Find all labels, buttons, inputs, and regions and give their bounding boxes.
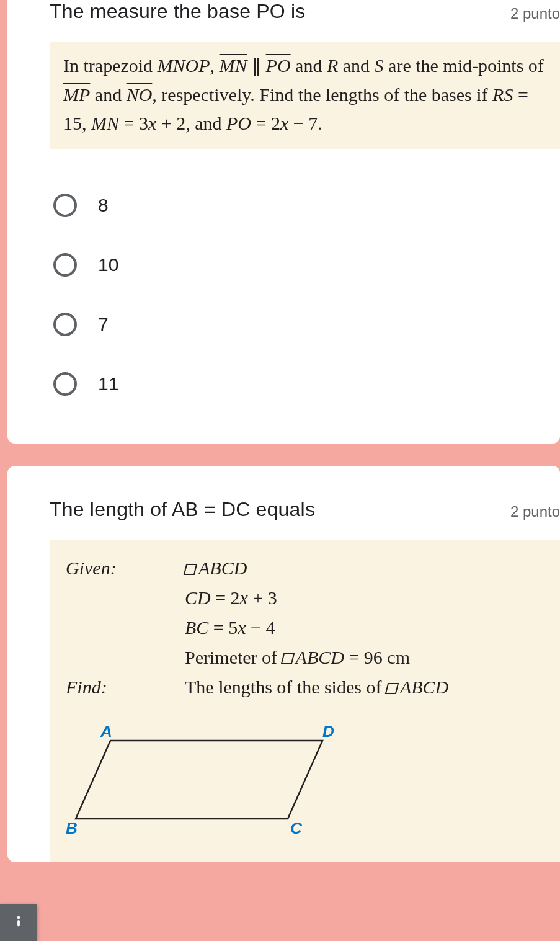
text: In trapezoid (63, 55, 158, 76)
text: + 3 (248, 587, 277, 608)
text: are the mid-points of (384, 55, 544, 76)
text: and (90, 84, 126, 105)
parallelogram-icon (280, 653, 294, 664)
math-var: CD (185, 587, 211, 608)
text: and (338, 55, 374, 76)
option-label: 10 (98, 254, 118, 275)
parallelogram-diagram: A D B C (66, 702, 554, 856)
given-line-3: BC = 5x − 4 (185, 613, 554, 643)
text: = 5 (208, 617, 238, 638)
math-var: MN (91, 113, 119, 133)
text: = 3 (119, 113, 148, 133)
math-var: PO (226, 113, 251, 133)
math-var: x (148, 113, 156, 133)
options-list: 8 10 7 11 (7, 168, 560, 414)
segment-mp: MP (63, 84, 90, 105)
radio-icon (53, 372, 77, 396)
given-line-2: CD = 2x + 3 (185, 583, 554, 613)
parallelogram-icon (385, 683, 399, 694)
vertex-b-label: B (66, 819, 78, 837)
segment-mn: MN (220, 55, 247, 76)
option-8[interactable]: 8 (53, 176, 560, 235)
diagram-svg: A D B C (66, 718, 370, 842)
math-var: R (327, 55, 338, 76)
svg-rect-0 (17, 920, 20, 926)
report-problem-icon (9, 913, 28, 932)
option-label: 11 (98, 373, 118, 395)
text: − 4 (246, 617, 275, 638)
problem-statement: In trapezoid MNOP, MN ∥ PO and R and S a… (50, 42, 560, 149)
question-header: The length of AB = DC equals 2 punto (7, 466, 560, 540)
question-card-1: The measure the base PO is 2 punto In tr… (7, 0, 560, 444)
option-10[interactable]: 10 (53, 235, 560, 295)
problem-statement: Given: ABCD CD = 2x + 3 BC = 5x − 4 Peri… (50, 540, 560, 862)
text: − 7. (288, 113, 322, 133)
math-var: x (238, 617, 246, 638)
text: = 2 (251, 113, 280, 133)
text: = 96 cm (344, 647, 410, 667)
radio-icon (53, 313, 77, 336)
text: + 2, and (156, 113, 226, 133)
segment-po: PO (266, 55, 291, 76)
given-row: Given: ABCD CD = 2x + 3 BC = 5x − 4 Peri… (66, 553, 554, 672)
text: = 2 (211, 587, 240, 608)
math-var: BC (185, 617, 208, 638)
find-label: Find: (66, 672, 185, 702)
text: and (291, 55, 327, 76)
vertex-c-label: C (290, 819, 303, 837)
math-var: ABCD (198, 558, 247, 578)
text: The lengths of the sides of (185, 677, 386, 697)
math-var: MNOP (158, 55, 210, 76)
parallelogram-shape (76, 741, 322, 819)
text: , respectively. Find the lengths of the … (152, 84, 492, 105)
given-label: Given: (66, 553, 185, 672)
given-content: ABCD CD = 2x + 3 BC = 5x − 4 Perimeter o… (185, 553, 554, 672)
question-title: The measure the base PO is (50, 0, 306, 23)
text: , (210, 55, 220, 76)
question-title: The length of AB = DC equals (50, 498, 315, 521)
question-points: 2 punto (510, 0, 560, 22)
find-row: Find: The lengths of the sides of ABCD (66, 672, 554, 702)
report-problem-button[interactable] (0, 904, 37, 941)
math-var: x (280, 113, 288, 133)
option-7[interactable]: 7 (53, 295, 560, 354)
given-line-4: Perimeter of ABCD = 96 cm (185, 643, 554, 672)
question-header: The measure the base PO is 2 punto (7, 0, 560, 42)
question-card-2: The length of AB = DC equals 2 punto Giv… (7, 466, 560, 862)
math-var: ABCD (296, 647, 344, 667)
radio-icon (53, 194, 77, 217)
find-content: The lengths of the sides of ABCD (185, 672, 554, 702)
svg-point-1 (17, 916, 20, 919)
given-line-1: ABCD (185, 553, 554, 583)
segment-no: NO (127, 84, 153, 105)
option-label: 8 (98, 195, 109, 216)
text: ∥ (247, 55, 266, 76)
parallelogram-icon (184, 564, 197, 575)
option-11[interactable]: 11 (53, 354, 560, 414)
vertex-d-label: D (322, 722, 334, 741)
vertex-a-label: A (100, 722, 112, 741)
text: Perimeter of (185, 647, 282, 667)
option-label: 7 (98, 314, 109, 335)
math-var: RS (492, 84, 513, 105)
math-var: ABCD (400, 677, 448, 697)
radio-icon (53, 253, 77, 277)
math-var: S (375, 55, 384, 76)
question-points: 2 punto (510, 498, 560, 520)
math-var: x (240, 587, 248, 608)
